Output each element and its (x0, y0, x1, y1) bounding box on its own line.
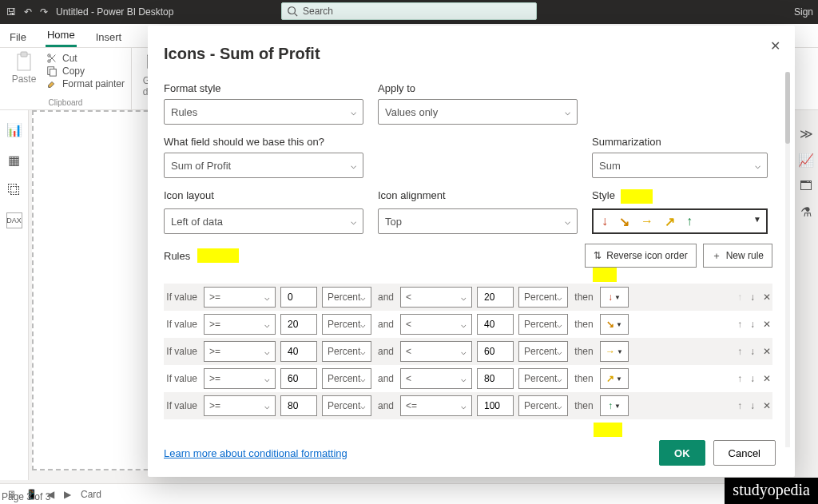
undo-icon[interactable]: ↶ (24, 6, 32, 18)
move-up-icon[interactable]: ↑ (737, 400, 742, 411)
sign-in[interactable]: Sign (794, 6, 813, 18)
operator2-select[interactable]: <=⌵ (400, 395, 472, 416)
apply-to-label: Apply to (378, 82, 578, 94)
unit1-select[interactable]: Percent⌵ (322, 314, 371, 335)
search-box[interactable]: Search (281, 2, 537, 20)
operator2-select[interactable]: <⌵ (400, 287, 472, 308)
style-arrow-downright-icon: ↘ (619, 214, 629, 229)
value2-input[interactable] (477, 395, 514, 416)
icon-select[interactable]: ↓▼ (600, 287, 629, 308)
unit2-select[interactable]: Percent⌵ (518, 314, 568, 335)
and-label: and (376, 373, 395, 384)
move-down-icon[interactable]: ↓ (750, 292, 755, 303)
operator2-select[interactable]: <⌵ (400, 314, 472, 335)
value1-input[interactable] (280, 314, 317, 335)
fields-pane-icon[interactable]: 🗔 (800, 179, 812, 193)
unit2-select[interactable]: Percent⌵ (518, 341, 568, 362)
next-page-icon[interactable]: ▶ (64, 489, 71, 500)
unit1-select[interactable]: Percent⌵ (322, 341, 371, 362)
delete-rule-icon[interactable]: ✕ (763, 292, 771, 303)
tab-file[interactable]: File (8, 26, 28, 47)
format-painter-button[interactable]: Format painter (46, 78, 125, 89)
operator1-select[interactable]: >=⌵ (204, 287, 276, 308)
unit1-select[interactable]: Percent⌵ (322, 395, 371, 416)
unit1-select[interactable]: Percent⌵ (322, 368, 371, 389)
copy-button[interactable]: Copy (46, 65, 125, 77)
redo-icon[interactable]: ↷ (40, 6, 48, 18)
report-view-icon[interactable]: 📊 (6, 121, 22, 137)
operator2-select[interactable]: <⌵ (400, 368, 472, 389)
icon-select[interactable]: →▼ (600, 341, 629, 362)
apply-to-select[interactable]: Values only⌵ (378, 99, 578, 125)
copy-icon (46, 65, 58, 77)
style-picker[interactable]: ↓ ↘ → ↗ ↑ ▼ (592, 208, 768, 234)
cancel-button[interactable]: Cancel (713, 440, 776, 466)
unit2-select[interactable]: Percent⌵ (518, 287, 568, 308)
move-down-icon[interactable]: ↓ (750, 373, 755, 384)
dax-view-icon[interactable]: DAX (6, 212, 22, 228)
value1-input[interactable] (280, 395, 317, 416)
scrollbar[interactable] (785, 72, 790, 447)
operator1-select[interactable]: >=⌵ (204, 341, 276, 362)
summarization-select[interactable]: Sum⌵ (592, 153, 768, 178)
chevron-down-icon: ⌵ (351, 216, 356, 227)
rules-label: Rules (164, 248, 239, 264)
close-icon[interactable]: ✕ (770, 38, 780, 54)
base-field-select[interactable]: Sum of Profit⌵ (164, 153, 363, 178)
value2-input[interactable] (477, 341, 514, 362)
rule-row: If value >=⌵ Percent⌵ and <⌵ Percent⌵ th… (164, 365, 772, 392)
operator1-select[interactable]: >=⌵ (204, 368, 276, 389)
right-pane-tabs: ≫ 📈 🗔 ⚗ (794, 110, 818, 220)
delete-rule-icon[interactable]: ✕ (763, 400, 771, 411)
icon-select[interactable]: ↗▼ (600, 368, 629, 389)
icon-layout-select[interactable]: Left of data⌵ (164, 208, 363, 234)
chevron-down-icon: ▼ (753, 215, 761, 224)
clipboard-icon (15, 51, 33, 72)
delete-rule-icon[interactable]: ✕ (763, 373, 771, 384)
model-view-icon[interactable]: ⿻ (6, 182, 22, 198)
cut-button[interactable]: Cut (46, 53, 125, 64)
base-field-label: What field should we base this on? (164, 136, 578, 148)
value1-input[interactable] (280, 287, 317, 308)
tab-insert[interactable]: Insert (94, 26, 124, 47)
paste-button[interactable]: Paste (6, 51, 42, 85)
unit1-select[interactable]: Percent⌵ (322, 287, 371, 308)
operator2-select[interactable]: <⌵ (400, 341, 472, 362)
value2-input[interactable] (477, 314, 514, 335)
operator1-select[interactable]: >=⌵ (204, 395, 276, 416)
icon-select[interactable]: ↑▼ (600, 395, 629, 416)
delete-rule-icon[interactable]: ✕ (763, 346, 771, 357)
move-down-icon[interactable]: ↓ (750, 346, 755, 357)
save-icon[interactable]: 🖫 (6, 6, 16, 18)
icon-layout-label: Icon layout (164, 189, 363, 204)
value1-input[interactable] (280, 341, 317, 362)
reverse-order-button[interactable]: ⇅Reverse icon order (585, 244, 696, 268)
move-down-icon[interactable]: ↓ (750, 400, 755, 411)
move-up-icon[interactable]: ↑ (737, 346, 742, 357)
filters-pane-icon[interactable]: ⚗ (800, 204, 812, 220)
icon-alignment-select[interactable]: Top⌵ (378, 208, 578, 234)
unit2-select[interactable]: Percent⌵ (518, 368, 568, 389)
chevron-down-icon: ⌵ (565, 216, 570, 227)
and-label: and (376, 400, 395, 411)
format-style-select[interactable]: Rules⌵ (164, 99, 363, 125)
move-up-icon[interactable]: ↑ (737, 373, 742, 384)
new-rule-button[interactable]: ＋New rule (703, 244, 772, 268)
icon-select[interactable]: ↘▼ (600, 314, 629, 335)
ok-button[interactable]: OK (659, 440, 705, 466)
table-view-icon[interactable]: ▦ (6, 152, 22, 168)
unit2-select[interactable]: Percent⌵ (518, 395, 568, 416)
learn-more-link[interactable]: Learn more about conditional formatting (164, 447, 347, 459)
value2-input[interactable] (477, 368, 514, 389)
then-label: then (573, 319, 595, 330)
move-down-icon[interactable]: ↓ (750, 319, 755, 330)
expand-icon[interactable]: ≫ (800, 126, 813, 141)
delete-rule-icon[interactable]: ✕ (763, 319, 771, 330)
move-up-icon[interactable]: ↑ (737, 319, 742, 330)
value1-input[interactable] (280, 368, 317, 389)
chart-pane-icon[interactable]: 📈 (798, 153, 814, 168)
move-up-icon: ↑ (737, 292, 742, 303)
tab-home[interactable]: Home (46, 24, 77, 47)
operator1-select[interactable]: >=⌵ (204, 314, 276, 335)
value2-input[interactable] (477, 287, 514, 308)
